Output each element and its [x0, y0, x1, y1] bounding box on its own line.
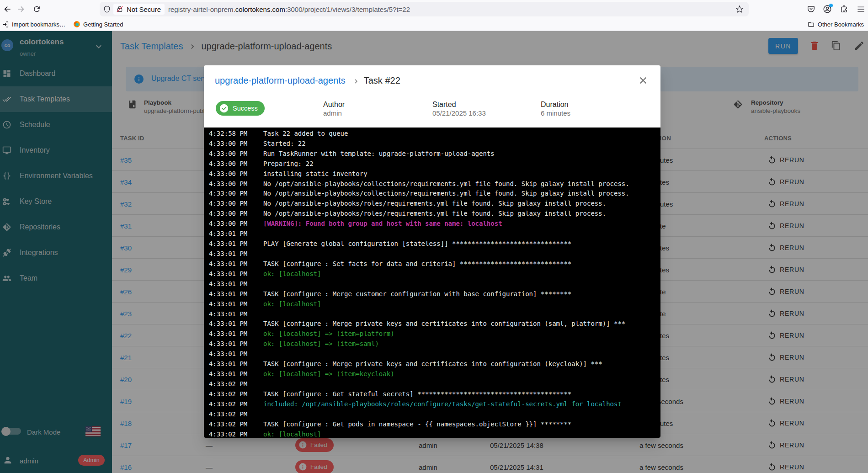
folder-icon — [808, 21, 815, 28]
duration-block: Duration 6 minutes — [541, 100, 570, 117]
log-time: 4:33:01 PM — [209, 300, 247, 308]
log-message: [WARNING]: Found both group and host wit… — [263, 220, 502, 227]
log-line: 4:33:02 PM included: /opt/ansible-playbo… — [204, 399, 660, 409]
log-line: 4:33:01 PM ok: [localhost] — [204, 299, 660, 309]
log-line: 4:33:00 PM installing static inventory — [204, 169, 660, 179]
log-message: ok: [localhost] — [263, 300, 321, 308]
log-time: 4:33:01 PM — [209, 250, 247, 257]
pocket-icon[interactable] — [807, 5, 815, 13]
url-bar[interactable]: Not Secure registry-airtel-onprem.colort… — [100, 2, 749, 16]
log-line: 4:33:00 PM No /opt/ansible-playbooks/col… — [204, 189, 660, 199]
browser-toolbar: Not Secure registry-airtel-onprem.colort… — [0, 0, 868, 18]
log-message: No /opt/ansible-playbooks/roles/requirem… — [263, 200, 606, 207]
log-line: 4:33:02 PM ok: [localhost] — [204, 429, 660, 438]
bookmark-star-icon[interactable] — [735, 5, 744, 13]
log-time: 4:33:02 PM — [209, 390, 247, 398]
log-message: TASK [configure : Get stateful secrets] … — [263, 390, 571, 398]
log-line: 4:33:01 PM PLAY [Generate global configu… — [204, 239, 660, 249]
log-message: ok: [localhost] => (item=platform) — [263, 330, 394, 337]
log-time: 4:33:00 PM — [209, 220, 247, 227]
log-time: 4:33:01 PM — [209, 360, 247, 367]
log-line: 4:33:01 PM — [204, 349, 660, 359]
log-time: 4:33:01 PM — [209, 310, 247, 318]
back-icon[interactable] — [3, 5, 12, 14]
log-line: 4:33:02 PM — [204, 379, 660, 389]
dialog-template-link[interactable]: upgrade-platform-upload-agents — [215, 75, 346, 86]
log-line: 4:33:00 PM No /opt/ansible-playbooks/rol… — [204, 198, 660, 208]
chevron-right-icon — [352, 77, 360, 85]
log-message: TASK [configure : Merge private keys and… — [263, 320, 625, 327]
log-line: 4:33:02 PM — [204, 409, 660, 419]
log-time: 4:33:01 PM — [209, 270, 247, 277]
log-time: 4:32:58 PM — [209, 130, 247, 137]
log-line: 4:33:02 PM TASK [configure : Get statefu… — [204, 389, 660, 399]
log-message: ok: [localhost] => (item=saml) — [263, 340, 379, 347]
log-message: No /opt/ansible-playbooks/collections/re… — [263, 190, 629, 197]
log-line: 4:33:00 PM No /opt/ansible-playbooks/rol… — [204, 208, 660, 218]
log-message: No /opt/ansible-playbooks/roles/requirem… — [263, 210, 606, 217]
log-time: 4:33:00 PM — [209, 180, 247, 187]
log-time: 4:33:02 PM — [209, 400, 247, 408]
log-line: 4:33:01 PM TASK [configure : Merge priva… — [204, 359, 660, 369]
log-time: 4:33:01 PM — [209, 330, 247, 337]
log-time: 4:33:00 PM — [209, 170, 247, 177]
log-line: 4:33:01 PM — [204, 249, 660, 259]
log-time: 4:33:02 PM — [209, 410, 247, 418]
log-time: 4:33:02 PM — [209, 420, 247, 428]
bookmark-import[interactable]: Import bookmarks… — [2, 21, 65, 28]
log-time: 4:33:01 PM — [209, 290, 247, 298]
log-line: 4:33:00 PM Started: 22 — [204, 138, 660, 149]
log-message: ok: [localhost] — [263, 430, 321, 438]
log-time: 4:33:00 PM — [209, 160, 247, 167]
log-message: Task 22 added to queue — [263, 130, 348, 137]
menu-icon[interactable] — [857, 5, 865, 13]
log-line: 4:33:01 PM TASK [configure : Merge priva… — [204, 319, 660, 329]
task-dialog: upgrade-platform-upload-agents Task #22 … — [204, 65, 660, 438]
log-line: 4:33:01 PM — [204, 229, 660, 239]
log-message: ok: [localhost] — [263, 270, 321, 277]
duration-label: Duration — [541, 100, 570, 109]
browser-chrome: Not Secure registry-airtel-onprem.colort… — [0, 0, 868, 31]
dialog-task-label: Task #22 — [364, 75, 400, 86]
bookmark-getting-started[interactable]: Getting Started — [73, 21, 123, 28]
task-log[interactable]: 4:32:58 PM Task 22 added to queue 4:33:0… — [204, 128, 660, 438]
log-line: 4:33:01 PM — [204, 279, 660, 289]
forward-icon[interactable] — [16, 5, 26, 14]
close-icon[interactable] — [638, 75, 649, 86]
log-time: 4:33:02 PM — [209, 380, 247, 388]
firefox-icon — [73, 21, 80, 28]
log-time: 4:33:01 PM — [209, 350, 247, 357]
shield-icon[interactable] — [103, 5, 111, 13]
log-message: Preparing: 22 — [263, 160, 314, 167]
log-time: 4:33:01 PM — [209, 320, 247, 327]
lock-off-icon — [116, 5, 123, 13]
log-time: 4:33:00 PM — [209, 210, 247, 217]
log-time: 4:33:01 PM — [209, 280, 247, 287]
log-time: 4:33:01 PM — [209, 260, 247, 267]
log-message: No /opt/ansible-playbooks/collections/re… — [263, 180, 629, 187]
not-secure-chip[interactable]: Not Secure — [113, 4, 165, 15]
log-message: ok: [localhost] => (item=keycloak) — [263, 370, 394, 377]
log-message: TASK [configure : Merge customer configu… — [263, 290, 571, 298]
author-label: Author — [323, 100, 345, 109]
extensions-icon[interactable] — [840, 5, 848, 13]
log-time: 4:33:00 PM — [209, 190, 247, 197]
log-line: 4:33:01 PM TASK [configure : Set facts f… — [204, 259, 660, 269]
log-time: 4:33:00 PM — [209, 150, 247, 157]
started-label: Started — [432, 100, 486, 109]
log-message: Started: 22 — [263, 140, 306, 147]
bookmarks-bar: Import bookmarks… Getting Started Other … — [0, 18, 868, 31]
duration-value: 6 minutes — [541, 109, 570, 117]
log-message: installing static inventory — [263, 170, 367, 177]
url-text: registry-airtel-onprem.colortokens.com:3… — [168, 2, 410, 16]
log-line: 4:33:01 PM TASK [configure : Merge custo… — [204, 289, 660, 299]
import-icon — [2, 21, 9, 28]
author-value: admin — [323, 109, 345, 117]
log-time: 4:33:00 PM — [209, 140, 247, 147]
app-viewport: co colortokens owner Dashboard Task Temp… — [0, 31, 868, 473]
other-bookmarks[interactable]: Other Bookmarks — [808, 21, 864, 28]
log-time: 4:33:01 PM — [209, 340, 247, 347]
log-time: 4:33:02 PM — [209, 430, 247, 438]
reload-icon[interactable] — [32, 5, 41, 13]
account-icon[interactable] — [823, 5, 832, 14]
